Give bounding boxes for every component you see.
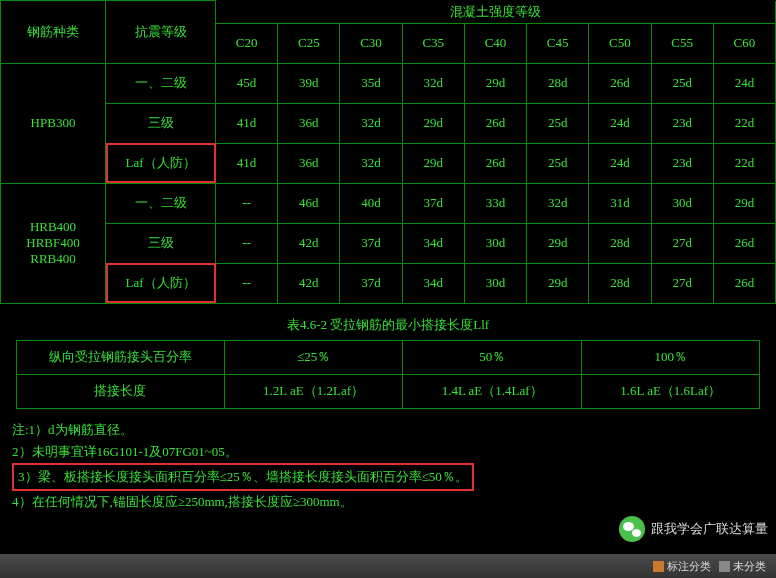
grade-cell: C45 [527,23,589,63]
table2-row2-label: 搭接长度 [16,374,224,408]
table-cell: 26d [589,63,651,103]
table-cell: 41d [216,103,278,143]
table-cell: 34d [402,263,464,303]
table-cell: 29d [713,183,775,223]
table-cell: 32d [340,143,402,183]
anchorage-length-table: 钢筋种类 抗震等级 混凝土强度等级 C20 C25 C30 C35 C40 C4… [0,0,776,304]
table-cell: 36d [278,143,340,183]
seismic-level: 一、二级 [106,183,216,223]
table-cell: -- [216,223,278,263]
col-header-steel: 钢筋种类 [1,1,106,64]
table-cell: 32d [340,103,402,143]
wechat-label: 跟我学会广联达算量 [651,520,768,538]
table-cell: 33d [464,183,526,223]
wechat-icon [619,516,645,542]
table-cell: 29d [464,63,526,103]
table-cell: -- [216,183,278,223]
table-cell: 24d [589,103,651,143]
grade-cell: C55 [651,23,713,63]
note-line-highlighted: 3）梁、板搭接长度接头面积百分率≤25％、墙搭接长度接头面积百分率≤50％。 [12,463,474,491]
table-cell: 30d [464,223,526,263]
table-cell: 26d [713,263,775,303]
grade-cell: C40 [464,23,526,63]
col-header-seismic: 抗震等级 [106,1,216,64]
laf-row-label: Laf（人防） [106,143,216,183]
note-line: 4）在任何情况下,锚固长度应≥250mm,搭接长度应≥300mm。 [12,491,776,513]
grade-cell: C25 [278,23,340,63]
status-tag[interactable]: 标注分类 [653,559,711,574]
cad-drawing-canvas: 钢筋种类 抗震等级 混凝土强度等级 C20 C25 C30 C35 C40 C4… [0,0,776,578]
table-cell: 26d [464,103,526,143]
table-cell: 26d [464,143,526,183]
table-cell: 29d [527,263,589,303]
steel-type-line: HRB400 [30,219,76,234]
table2-cell: ≤25％ [224,340,403,374]
table-cell: 41d [216,143,278,183]
notes-block: 注:1）d为钢筋直径。 2）未明事宜详16G101-1及07FG01~05。 3… [12,419,776,513]
color-swatch-icon [719,561,730,572]
table2-row1-label: 纵向受拉钢筋接头百分率 [16,340,224,374]
table-cell: 37d [402,183,464,223]
grade-cell: C60 [713,23,775,63]
table-cell: 42d [278,223,340,263]
table-cell: 29d [402,143,464,183]
table-cell: 22d [713,103,775,143]
table2-cell: 100％ [581,340,760,374]
table-cell: 24d [589,143,651,183]
wechat-watermark: 跟我学会广联达算量 [619,516,768,542]
table-cell: 22d [713,143,775,183]
col-header-concrete: 混凝土强度等级 [216,1,776,24]
table-cell: 32d [527,183,589,223]
note-line: 2）未明事宜详16G101-1及07FG01~05。 [12,441,776,463]
lap-length-table: 纵向受拉钢筋接头百分率 ≤25％ 50％ 100％ 搭接长度 1.2L aE（1… [16,340,761,409]
laf-row-label: Laf（人防） [106,263,216,303]
table-cell: 42d [278,263,340,303]
table2-cell: 1.4L aE（1.4Laf） [403,374,582,408]
table-cell: 27d [651,223,713,263]
table-cell: 27d [651,263,713,303]
steel-type-hrb400: HRB400 HRBF400 RRB400 [1,183,106,303]
table-cell: 25d [527,143,589,183]
table-cell: -- [216,263,278,303]
table-cell: 37d [340,263,402,303]
table-cell: 23d [651,103,713,143]
note-line: 注:1）d为钢筋直径。 [12,419,776,441]
table-cell: 35d [340,63,402,103]
status-bar[interactable]: 标注分类 未分类 [0,554,776,578]
color-swatch-icon [653,561,664,572]
table-cell: 23d [651,143,713,183]
table-cell: 25d [651,63,713,103]
table-cell: 36d [278,103,340,143]
table-cell: 39d [278,63,340,103]
seismic-level: 三级 [106,223,216,263]
table-cell: 37d [340,223,402,263]
table-cell: 30d [464,263,526,303]
seismic-level: 一、二级 [106,63,216,103]
table-cell: 31d [589,183,651,223]
grade-cell: C20 [216,23,278,63]
grade-cell: C30 [340,23,402,63]
table-cell: 32d [402,63,464,103]
table-cell: 34d [402,223,464,263]
table2-cell: 1.6L aE（1.6Laf） [581,374,760,408]
table-cell: 25d [527,103,589,143]
grade-cell: C35 [402,23,464,63]
steel-type-line: RRB400 [30,251,76,266]
table-cell: 45d [216,63,278,103]
table-cell: 28d [527,63,589,103]
table-cell: 24d [713,63,775,103]
table-cell: 28d [589,263,651,303]
table-cell: 30d [651,183,713,223]
seismic-level: 三级 [106,103,216,143]
table-cell: 29d [527,223,589,263]
grade-cell: C50 [589,23,651,63]
table-cell: 26d [713,223,775,263]
steel-type-hpb300: HPB300 [1,63,106,183]
table-cell: 29d [402,103,464,143]
table-cell: 46d [278,183,340,223]
table-cell: 28d [589,223,651,263]
table2-cell: 1.2L aE（1.2Laf） [224,374,403,408]
status-tag[interactable]: 未分类 [719,559,766,574]
steel-type-line: HRBF400 [26,235,79,250]
table-cell: 40d [340,183,402,223]
